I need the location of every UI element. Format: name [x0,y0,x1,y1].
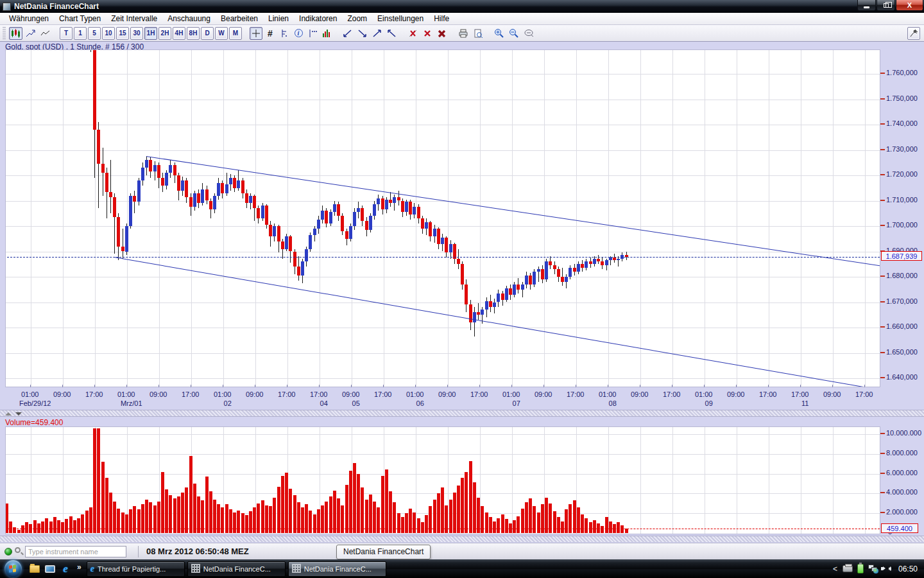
menu-item-anschauung[interactable]: Anschauung [162,13,216,24]
menu-item-linien[interactable]: Linien [263,13,294,24]
menu-item-zeit-intervalle[interactable]: Zeit Intervalle [106,13,162,24]
interval-2h-button[interactable]: 2H [158,27,171,40]
interval-8h-button[interactable]: 8H [187,27,200,40]
datawindow-icon [280,29,288,38]
interval-1h-button[interactable]: 1H [144,27,157,40]
volume-indicator-button[interactable] [320,27,333,40]
interval-4h-button[interactable]: 4H [173,27,185,40]
print-button[interactable] [456,27,470,40]
interval-10m-button[interactable]: 10 [102,27,115,40]
time-axis[interactable]: 01:00Feb/29/1209:0017:0001:00Mrz/0109:00… [5,387,880,410]
price-scale-button[interactable] [306,27,319,40]
data-window-button[interactable] [278,27,291,40]
volume-bar [289,489,292,533]
price-plot[interactable] [5,49,880,387]
folder-icon[interactable] [28,563,41,575]
volume-bar [169,495,172,533]
candle-down [205,189,209,201]
interval-5m-button[interactable]: 5 [88,27,101,40]
delete-trendline-button[interactable] [406,27,420,40]
volume-bar [497,518,500,533]
volume-axis[interactable]: 10.000.0008.000.0006.000.0004.000.0002.0… [880,426,924,534]
candlestick-chart-button[interactable] [9,27,22,40]
candle-down [529,276,532,285]
interval-30m-button[interactable]: 30 [130,27,143,40]
task-button-2[interactable]: NetDania FinanceC... [187,561,286,577]
interval-15m-button[interactable]: 15 [116,27,129,40]
volume-bar [221,507,224,533]
interval-tick-button[interactable]: T [60,27,73,40]
toolbar-grip[interactable] [3,27,6,40]
time-gridline [512,50,513,387]
pin-panel-button[interactable] [907,27,920,40]
interval-month-button[interactable]: M [229,27,242,40]
candle-down [157,165,160,178]
menu-item-zoom[interactable]: Zoom [342,13,372,24]
quicklaunch-overflow-chevron[interactable]: » [77,563,81,572]
volume-bar [165,489,168,533]
menu-item-hilfe[interactable]: Hilfe [429,13,454,24]
status-bar: 08 Mrz 2012 06:50:48 MEZ NetDania Financ… [0,543,924,559]
time-tick-mark [223,385,223,387]
price-tick-mark [880,225,885,226]
grid-button[interactable]: # [264,27,277,40]
show-desktop-icon[interactable] [44,563,56,575]
menu-item-chart-typen[interactable]: Chart Typen [54,13,106,24]
info-button[interactable]: i [292,27,305,40]
volume-bar [333,491,336,533]
splitter-collapse-icon[interactable] [5,412,12,416]
menu-item-bearbeiten[interactable]: Bearbeiten [216,13,263,24]
volumebars-icon [322,29,331,37]
network-tray-icon[interactable] [868,565,878,574]
crosshair-button[interactable] [250,27,262,40]
price-gridline [6,302,880,303]
interval-day-button[interactable]: D [201,27,214,40]
volume-tray-icon[interactable] [883,565,893,573]
delete-selected-button[interactable] [421,27,434,40]
print-preview-button[interactable] [472,27,484,40]
candle-up [313,229,316,235]
menu-item-indikatoren[interactable]: Indikatoren [294,13,342,24]
start-button[interactable] [4,560,22,577]
candle-down [293,252,296,267]
clock-timestamp: 08 Mrz 2012 06:50:48 MEZ [146,547,249,556]
trendline-vray-button[interactable] [385,27,398,40]
instrument-search-input[interactable] [25,546,126,557]
trendline-hray-button[interactable] [370,27,384,40]
restore-button[interactable] [877,0,895,11]
task-button-1[interactable]: eThread für Papiertig... [87,561,185,577]
zoom-out-button[interactable] [507,27,520,40]
task-button-3[interactable]: NetDania FinanceC... [288,561,386,577]
ohlc-chart-button[interactable] [24,27,37,40]
trendline-button[interactable] [341,27,354,40]
internet-explorer-icon[interactable]: e [59,563,72,575]
minimize-button[interactable] [857,0,876,11]
bottom-splitter[interactable] [0,536,924,542]
time-gridline [640,427,641,534]
volume-plot[interactable] [5,426,880,534]
menu-item-einstellungen[interactable]: Einstellungen [372,13,429,24]
zoom-reset-button[interactable] [522,27,536,40]
panel-splitter[interactable] [0,410,924,417]
power-tray-icon[interactable] [857,564,864,574]
interval-1m-button[interactable]: 1 [74,27,87,40]
printer-tray-icon[interactable] [843,565,853,572]
volume-bar [137,509,141,533]
splitter-expand-icon[interactable] [15,412,22,416]
delete-all-button[interactable] [435,27,449,40]
tray-chevron-icon[interactable]: < [833,565,837,574]
interval-week-button[interactable]: W [215,27,228,40]
volume-bar [617,522,620,533]
volume-bar [605,517,608,533]
menu-item-währungen[interactable]: Währungen [4,13,54,24]
volume-bar [377,507,380,533]
trendline-extended-button[interactable] [355,27,369,40]
line-chart-button[interactable] [38,27,52,40]
candle-up [193,193,196,207]
time-tick-mark [287,385,287,387]
zoom-in-button[interactable] [492,27,506,40]
task-label: NetDania FinanceC... [304,565,372,573]
price-axis[interactable]: 1.760,0001.750,0001.740,0001.730,0001.72… [880,49,924,387]
close-button[interactable]: X [896,0,923,11]
volume-bar [273,498,276,533]
